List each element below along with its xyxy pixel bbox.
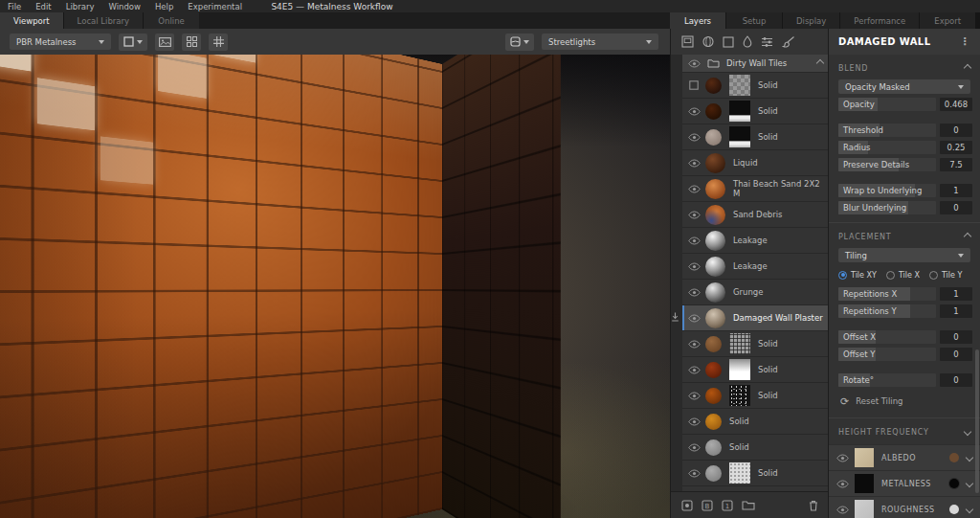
eye-visibility-icon[interactable] [688,159,701,168]
layer-row[interactable]: Leakage [682,227,829,253]
eye-visibility-icon[interactable] [836,480,849,488]
layer-row[interactable]: Solid [682,72,829,98]
layer-row[interactable]: Solid [682,330,829,356]
eye-visibility-icon[interactable] [688,366,701,374]
properties-scrollbar[interactable] [975,349,979,493]
placement-mode-select[interactable]: Tiling [838,248,970,262]
layer-row[interactable]: Damaged Wall Plaster [682,304,829,330]
viewport-3d[interactable] [0,55,670,518]
eye-visibility-icon[interactable] [836,454,849,462]
slider-value-field[interactable]: 0 [940,348,972,361]
slider-repetitions-x[interactable]: Repetitions X1 [838,287,972,301]
eye-visibility-icon[interactable] [688,340,701,349]
eye-visibility-icon[interactable] [688,314,701,323]
chevron-down-icon[interactable] [966,506,973,513]
radio-button-icon[interactable] [886,271,895,280]
slider-threshold[interactable]: Threshold0 [838,124,972,137]
slider-track[interactable]: Wrap to Underlying [838,184,936,197]
add-solid-layer-button[interactable] [681,500,693,511]
slider-track[interactable]: Blur Underlying [838,201,936,214]
slider-track[interactable]: Offset X [838,330,936,344]
slider-offset-y[interactable]: Offset Y0 [838,348,972,361]
slider-value-field[interactable]: 0.468 [940,98,972,111]
mesh-shape-button[interactable] [119,34,147,51]
delete-layer-trash-button[interactable] [809,500,818,511]
eye-visibility-icon[interactable] [688,262,701,271]
add-bitmap-layer-button[interactable]: B [702,500,713,511]
layer-row[interactable]: Solid [682,98,829,124]
radio-tile-xy[interactable]: Tile XY [838,271,877,280]
slider-wrap-to-underlying[interactable]: Wrap to Underlying1 [838,184,972,197]
slider-track[interactable]: Offset Y [838,348,936,361]
reset-tiling-button[interactable]: ⟳ Reset Tiling [829,393,980,410]
layer-row[interactable]: Liquid [682,149,829,175]
panel-tab-layers[interactable]: Layers [670,12,725,29]
slider-radius[interactable]: Radius0.25 [838,141,972,154]
slider-offset-x[interactable]: Offset X0 [838,330,972,344]
panel-tab-performance[interactable]: Performance [840,12,919,29]
slider-value-field[interactable]: 1 [940,184,972,197]
slider-track[interactable]: Threshold [838,124,936,137]
eye-visibility-icon[interactable] [688,185,701,193]
layer-row[interactable]: Solid [682,434,829,460]
slider-track[interactable]: Preserve Details [838,158,936,171]
slider-opacity[interactable]: Opacity0.468 [838,98,972,111]
slider-value-field[interactable]: 0 [940,201,972,214]
eye-visibility-icon[interactable] [688,236,701,245]
layer-row[interactable]: Solid [682,382,829,408]
layer-row[interactable]: Leakage [682,253,829,279]
radio-tile-y[interactable]: Tile Y [929,271,962,280]
chevron-up-icon[interactable] [816,59,824,67]
layer-row[interactable]: Solid [682,408,829,434]
tab-viewport[interactable]: Viewport [0,12,63,29]
slider-value-field[interactable]: 0 [940,373,972,387]
slider-track[interactable]: Radius [838,141,936,154]
eye-visibility-icon[interactable] [688,211,701,219]
eye-visibility-icon[interactable] [688,59,701,68]
tab-local-library[interactable]: Local Library [64,12,143,29]
eye-visibility-icon[interactable] [688,392,701,400]
slider-value-field[interactable]: 7.5 [940,158,972,171]
slider-track[interactable]: Repetitions X [838,287,936,301]
grid-2x2-view-button[interactable] [182,34,201,51]
eye-visibility-icon[interactable] [688,417,701,426]
blend-section-header[interactable]: BLEND [829,60,980,76]
eye-visibility-icon[interactable] [688,107,701,116]
radio-button-icon[interactable] [929,271,938,280]
chevron-down-icon[interactable] [966,454,973,462]
slider-track[interactable]: Repetitions Y [838,304,936,318]
layer-row[interactable]: Solid [682,124,829,149]
slider-value-field[interactable]: 1 [940,287,972,301]
chevron-down-icon[interactable] [966,480,973,487]
slider-blur-underlying[interactable]: Blur Underlying0 [838,201,972,214]
eye-visibility-icon[interactable] [688,469,701,478]
grid-3x3-view-button[interactable] [209,34,228,51]
environment-select[interactable]: Streetlights [542,34,658,50]
add-group-folder-button[interactable] [742,500,755,510]
blend-mode-select[interactable]: Opacity Masked [838,79,970,94]
environment-shape-button[interactable] [505,34,534,51]
tab-online[interactable]: Online [144,12,199,29]
layer-row[interactable]: Thai Beach Sand 2X2 M [682,175,829,201]
height-frequency-section-header[interactable]: HEIGHT FREQUENCY [829,424,980,439]
layer-group-row[interactable]: Dirty Wall Tiles [682,55,829,72]
radio-tile-x[interactable]: Tile X [886,271,920,280]
slider-rotate-[interactable]: Rotate°0 [838,373,972,387]
layer-row[interactable]: Sand Debris [682,201,829,227]
panel-tab-display[interactable]: Display [783,12,839,29]
slider-value-field[interactable]: 0.25 [940,141,972,154]
placement-section-header[interactable]: PLACEMENT [829,229,980,244]
slider-track[interactable]: Rotate° [838,373,936,387]
shader-mode-select[interactable]: PBR Metalness [10,34,111,50]
layer-row[interactable]: Grunge [682,279,829,304]
visibility-checkbox-icon[interactable] [689,80,699,90]
single-view-button[interactable] [155,34,174,51]
slider-value-field[interactable]: 1 [940,304,972,318]
channel-row-roughness[interactable]: ROUGHNESS [829,496,980,518]
eye-visibility-icon[interactable] [836,506,849,514]
atlas-sphere-icon[interactable] [702,35,714,48]
layer-row[interactable]: Solid [682,460,829,485]
channel-row-albedo[interactable]: ALBEDO [829,444,980,470]
decal-square-icon[interactable] [723,36,734,48]
radio-button-icon[interactable] [838,271,847,280]
